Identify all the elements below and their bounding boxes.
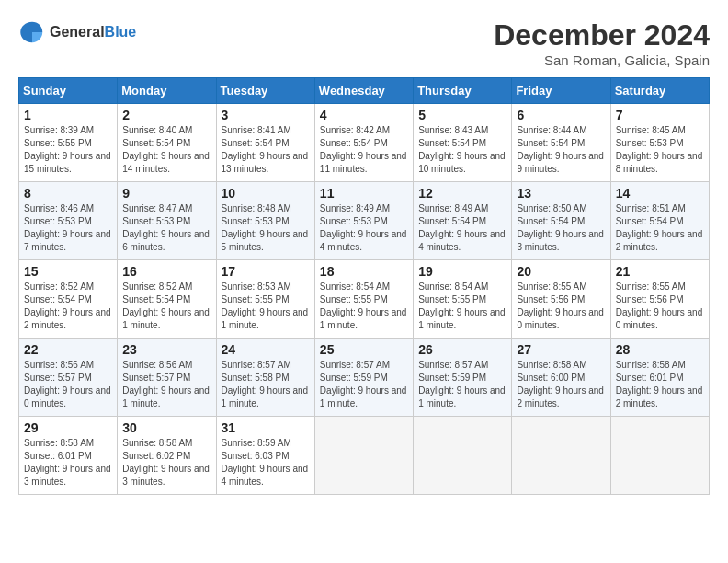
calendar-cell: 7Sunrise: 8:45 AMSunset: 5:53 PMDaylight… [610,104,709,182]
day-number: 17 [222,264,310,279]
calendar-cell: 19Sunrise: 8:54 AMSunset: 5:55 PMDayligh… [414,260,512,339]
day-info: Sunrise: 8:58 AMSunset: 6:01 PMDaylight:… [24,437,112,488]
day-info: Sunrise: 8:57 AMSunset: 5:59 PMDaylight:… [320,359,408,410]
day-number: 11 [320,186,408,201]
day-info: Sunrise: 8:39 AMSunset: 5:55 PMDaylight:… [24,124,112,176]
day-info: Sunrise: 8:41 AMSunset: 5:54 PMDaylight:… [222,124,310,176]
day-number: 24 [222,342,310,357]
day-info: Sunrise: 8:58 AMSunset: 6:01 PMDaylight:… [616,359,704,410]
day-info: Sunrise: 8:49 AMSunset: 5:53 PMDaylight:… [320,202,408,254]
calendar-cell: 11Sunrise: 8:49 AMSunset: 5:53 PMDayligh… [314,182,413,260]
calendar-cell: 27Sunrise: 8:58 AMSunset: 6:00 PMDayligh… [512,339,610,417]
day-number: 6 [517,108,605,122]
day-number: 13 [517,186,605,201]
day-info: Sunrise: 8:52 AMSunset: 5:54 PMDaylight:… [24,281,112,332]
calendar-cell: 4Sunrise: 8:42 AMSunset: 5:54 PMDaylight… [314,104,413,182]
day-info: Sunrise: 8:58 AMSunset: 6:02 PMDaylight:… [122,437,210,488]
day-info: Sunrise: 8:52 AMSunset: 5:54 PMDaylight:… [122,281,210,332]
calendar-table: SundayMondayTuesdayWednesdayThursdayFrid… [18,77,710,495]
day-number: 8 [24,186,112,201]
calendar-cell: 15Sunrise: 8:52 AMSunset: 5:54 PMDayligh… [19,260,118,339]
day-info: Sunrise: 8:57 AMSunset: 5:58 PMDaylight:… [222,359,310,410]
day-number: 23 [122,342,210,357]
calendar-cell: 24Sunrise: 8:57 AMSunset: 5:58 PMDayligh… [216,339,314,417]
calendar-cell: 26Sunrise: 8:57 AMSunset: 5:59 PMDayligh… [414,339,512,417]
day-number: 16 [122,264,210,279]
calendar-cell [512,417,610,495]
calendar-cell [314,417,413,495]
calendar-cell: 17Sunrise: 8:53 AMSunset: 5:55 PMDayligh… [216,260,314,339]
calendar-cell: 25Sunrise: 8:57 AMSunset: 5:59 PMDayligh… [314,339,413,417]
calendar-cell: 16Sunrise: 8:52 AMSunset: 5:54 PMDayligh… [118,260,216,339]
day-info: Sunrise: 8:45 AMSunset: 5:53 PMDaylight:… [616,124,704,176]
day-info: Sunrise: 8:47 AMSunset: 5:53 PMDaylight:… [122,202,210,254]
day-info: Sunrise: 8:56 AMSunset: 5:57 PMDaylight:… [122,359,210,410]
logo-text: GeneralBlue [50,24,136,40]
day-header-monday: Monday [118,78,216,104]
day-number: 31 [222,420,310,435]
day-number: 2 [122,108,210,122]
day-number: 12 [418,186,506,201]
day-header-wednesday: Wednesday [314,78,413,104]
day-info: Sunrise: 8:55 AMSunset: 5:56 PMDaylight:… [517,281,605,332]
title-section: December 2024 San Roman, Galicia, Spain [494,18,710,68]
calendar-cell: 9Sunrise: 8:47 AMSunset: 5:53 PMDaylight… [118,182,216,260]
day-number: 3 [222,108,310,122]
calendar-cell: 5Sunrise: 8:43 AMSunset: 5:54 PMDaylight… [414,104,512,182]
day-header-thursday: Thursday [414,78,512,104]
day-info: Sunrise: 8:49 AMSunset: 5:54 PMDaylight:… [418,202,506,254]
day-number: 14 [616,186,704,201]
day-number: 28 [616,342,704,357]
day-info: Sunrise: 8:50 AMSunset: 5:54 PMDaylight:… [517,202,605,254]
day-info: Sunrise: 8:56 AMSunset: 5:57 PMDaylight:… [24,359,112,410]
day-header-friday: Friday [512,78,610,104]
calendar-cell: 20Sunrise: 8:55 AMSunset: 5:56 PMDayligh… [512,260,610,339]
page-header: GeneralBlue December 2024 San Roman, Gal… [18,18,710,68]
calendar-cell: 14Sunrise: 8:51 AMSunset: 5:54 PMDayligh… [610,182,709,260]
calendar-cell: 6Sunrise: 8:44 AMSunset: 5:54 PMDaylight… [512,104,610,182]
day-number: 29 [24,420,112,435]
calendar-cell: 22Sunrise: 8:56 AMSunset: 5:57 PMDayligh… [19,339,118,417]
day-number: 21 [616,264,704,279]
header-row: SundayMondayTuesdayWednesdayThursdayFrid… [19,78,710,104]
week-row-5: 29Sunrise: 8:58 AMSunset: 6:01 PMDayligh… [19,417,710,495]
day-number: 25 [320,342,408,357]
day-number: 19 [418,264,506,279]
calendar-cell: 21Sunrise: 8:55 AMSunset: 5:56 PMDayligh… [610,260,709,339]
day-number: 26 [418,342,506,357]
day-info: Sunrise: 8:53 AMSunset: 5:55 PMDaylight:… [222,281,310,332]
day-info: Sunrise: 8:59 AMSunset: 6:03 PMDaylight:… [222,437,310,488]
day-info: Sunrise: 8:51 AMSunset: 5:54 PMDaylight:… [616,202,704,254]
day-number: 4 [320,108,408,122]
day-header-saturday: Saturday [610,78,709,104]
day-header-sunday: Sunday [19,78,118,104]
calendar-cell: 18Sunrise: 8:54 AMSunset: 5:55 PMDayligh… [314,260,413,339]
day-info: Sunrise: 8:54 AMSunset: 5:55 PMDaylight:… [418,281,506,332]
day-info: Sunrise: 8:42 AMSunset: 5:54 PMDaylight:… [320,124,408,176]
calendar-cell: 23Sunrise: 8:56 AMSunset: 5:57 PMDayligh… [118,339,216,417]
calendar-cell: 3Sunrise: 8:41 AMSunset: 5:54 PMDaylight… [216,104,314,182]
day-number: 15 [24,264,112,279]
day-number: 18 [320,264,408,279]
day-number: 5 [418,108,506,122]
calendar-cell: 8Sunrise: 8:46 AMSunset: 5:53 PMDaylight… [19,182,118,260]
day-number: 27 [517,342,605,357]
day-number: 9 [122,186,210,201]
week-row-3: 15Sunrise: 8:52 AMSunset: 5:54 PMDayligh… [19,260,710,339]
day-info: Sunrise: 8:54 AMSunset: 5:55 PMDaylight:… [320,281,408,332]
day-info: Sunrise: 8:58 AMSunset: 6:00 PMDaylight:… [517,359,605,410]
location-title: San Roman, Galicia, Spain [494,52,710,68]
logo: GeneralBlue [18,18,136,46]
calendar-cell: 12Sunrise: 8:49 AMSunset: 5:54 PMDayligh… [414,182,512,260]
day-header-tuesday: Tuesday [216,78,314,104]
calendar-cell: 2Sunrise: 8:40 AMSunset: 5:54 PMDaylight… [118,104,216,182]
week-row-4: 22Sunrise: 8:56 AMSunset: 5:57 PMDayligh… [19,339,710,417]
day-number: 20 [517,264,605,279]
calendar-cell: 29Sunrise: 8:58 AMSunset: 6:01 PMDayligh… [19,417,118,495]
day-number: 22 [24,342,112,357]
week-row-2: 8Sunrise: 8:46 AMSunset: 5:53 PMDaylight… [19,182,710,260]
calendar-cell [414,417,512,495]
calendar-cell: 10Sunrise: 8:48 AMSunset: 5:53 PMDayligh… [216,182,314,260]
day-number: 1 [24,108,112,122]
day-info: Sunrise: 8:43 AMSunset: 5:54 PMDaylight:… [418,124,506,176]
